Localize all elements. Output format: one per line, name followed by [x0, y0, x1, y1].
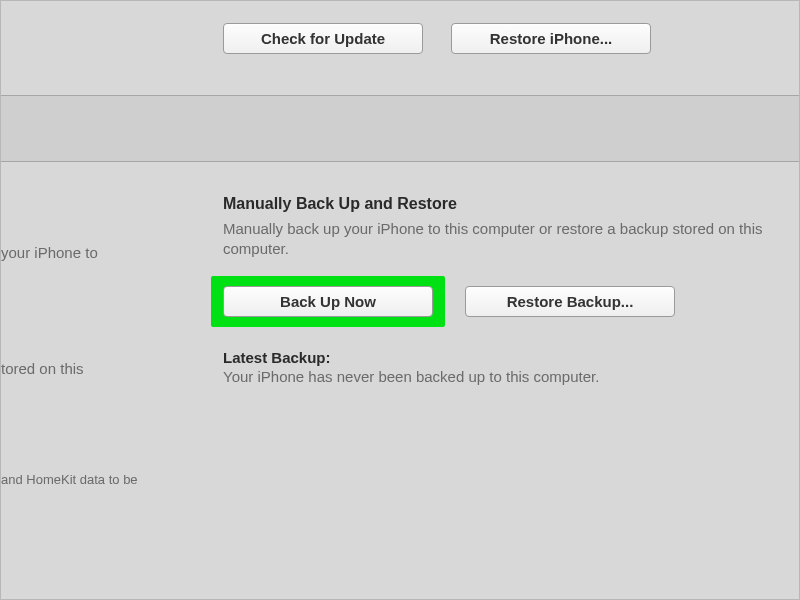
- backup-button-row: Back Up Now Restore Backup...: [223, 276, 783, 327]
- truncated-text-fragment: tored on this: [1, 360, 84, 377]
- restore-backup-button[interactable]: Restore Backup...: [465, 286, 675, 317]
- manual-backup-description: Manually back up your iPhone to this com…: [223, 219, 783, 258]
- truncated-text-fragment: and HomeKit data to be: [1, 472, 138, 487]
- truncated-text-fragment: your iPhone to: [1, 244, 98, 261]
- highlight-box: Back Up Now: [211, 276, 445, 327]
- latest-backup-label: Latest Backup:: [223, 349, 783, 366]
- top-button-row: Check for Update Restore iPhone...: [223, 23, 651, 54]
- back-up-now-button[interactable]: Back Up Now: [223, 286, 433, 317]
- check-for-update-button[interactable]: Check for Update: [223, 23, 423, 54]
- manual-backup-section: Manually Back Up and Restore Manually ba…: [223, 195, 783, 385]
- restore-iphone-button[interactable]: Restore iPhone...: [451, 23, 651, 54]
- latest-backup-block: Latest Backup: Your iPhone has never bee…: [223, 349, 783, 385]
- latest-backup-status: Your iPhone has never been backed up to …: [223, 368, 783, 385]
- header-band: [1, 96, 799, 162]
- manual-backup-heading: Manually Back Up and Restore: [223, 195, 783, 213]
